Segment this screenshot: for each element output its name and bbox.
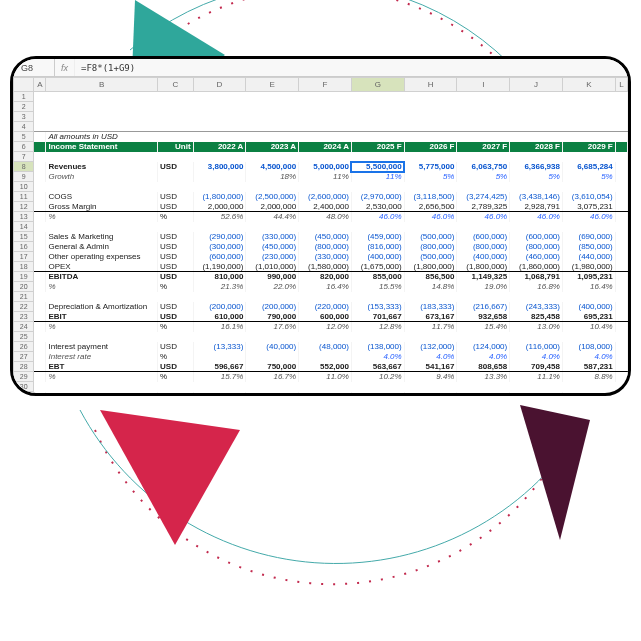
row-header[interactable]: 26 — [14, 342, 34, 352]
cell[interactable]: 5% — [404, 172, 457, 182]
row-header[interactable]: 21 — [14, 292, 34, 302]
cell[interactable]: 5,775,000 — [404, 162, 457, 172]
cell[interactable]: (600,000) — [193, 252, 246, 262]
cell[interactable]: (3,274,425) — [457, 192, 510, 202]
cell[interactable]: (1,980,000) — [562, 262, 615, 272]
cell[interactable]: 16.8% — [510, 282, 563, 292]
cell[interactable]: (600,000) — [510, 232, 563, 242]
cell[interactable]: 5% — [299, 392, 352, 394]
cell[interactable]: 11% — [299, 172, 352, 182]
cell[interactable]: 6,366,938 — [510, 162, 563, 172]
cell[interactable]: 4.0% — [510, 352, 563, 362]
cell[interactable] — [246, 352, 299, 362]
row-header[interactable]: 20 — [14, 282, 34, 292]
cell[interactable]: 610,000 — [193, 312, 246, 322]
cell[interactable]: 600,000 — [299, 312, 352, 322]
cell[interactable]: (220,000) — [299, 302, 352, 312]
formula-input[interactable] — [75, 59, 628, 76]
cell[interactable]: (400,000) — [457, 252, 510, 262]
row-header[interactable]: 5 — [14, 132, 34, 142]
cell[interactable]: 3,800,000 — [193, 162, 246, 172]
sheet-grid[interactable]: ABCDEFGHIJKL 12345All amounts in USD6Inc… — [13, 77, 628, 393]
cell[interactable]: (800,000) — [404, 242, 457, 252]
column-header[interactable]: A — [34, 78, 46, 92]
cell[interactable]: (1,800,000) — [404, 262, 457, 272]
cell[interactable]: 932,658 — [457, 312, 510, 322]
cell[interactable]: 4,500,000 — [246, 162, 299, 172]
cell[interactable]: 5% — [457, 172, 510, 182]
cell[interactable]: 11.1% — [510, 372, 563, 382]
column-header[interactable]: D — [193, 78, 246, 92]
row-header[interactable]: 24 — [14, 322, 34, 332]
cell[interactable]: 1,068,791 — [510, 272, 563, 282]
cell[interactable]: (400,000) — [562, 302, 615, 312]
row-header[interactable]: 12 — [14, 202, 34, 212]
cell[interactable]: 8% — [246, 392, 299, 394]
cell[interactable]: 16.4% — [299, 282, 352, 292]
row-header[interactable]: 11 — [14, 192, 34, 202]
cell[interactable]: 750,000 — [246, 362, 299, 372]
column-header[interactable]: C — [158, 78, 194, 92]
cell[interactable]: (3,438,146) — [510, 192, 563, 202]
cell[interactable]: 19.0% — [457, 282, 510, 292]
cell[interactable]: 856,500 — [404, 272, 457, 282]
cell[interactable]: 46.0% — [510, 212, 563, 222]
row-header[interactable]: 31 — [14, 392, 34, 394]
cell[interactable]: 2,656,500 — [404, 202, 457, 212]
cell[interactable]: (2,970,000) — [351, 192, 404, 202]
cell[interactable]: (450,000) — [299, 232, 352, 242]
cell[interactable]: 21.3% — [193, 282, 246, 292]
cell[interactable]: (816,000) — [351, 242, 404, 252]
row-header[interactable]: 14 — [14, 222, 34, 232]
cell[interactable]: 10.4% — [562, 322, 615, 332]
row-header[interactable]: 13 — [14, 212, 34, 222]
row-header[interactable]: 4 — [14, 122, 34, 132]
cell[interactable]: (13,333) — [193, 342, 246, 352]
cell[interactable]: (290,000) — [193, 232, 246, 242]
cell[interactable]: 695,231 — [562, 312, 615, 322]
cell[interactable]: 552,000 — [299, 362, 352, 372]
cell[interactable]: 673,167 — [404, 312, 457, 322]
cell[interactable]: (132,000) — [404, 342, 457, 352]
cell[interactable]: 17.6% — [246, 322, 299, 332]
cell[interactable]: 10.2% — [351, 372, 404, 382]
row-header[interactable]: 29 — [14, 372, 34, 382]
cell[interactable]: 9.4% — [404, 372, 457, 382]
cell[interactable]: 5% — [510, 172, 563, 182]
cell[interactable]: (3,610,054) — [562, 192, 615, 202]
row-header[interactable]: 3 — [14, 112, 34, 122]
column-header[interactable]: K — [562, 78, 615, 92]
cell[interactable]: 4.0% — [562, 352, 615, 362]
cell[interactable]: 5% — [562, 172, 615, 182]
cell[interactable]: (200,000) — [246, 302, 299, 312]
cell[interactable]: 12.8% — [351, 322, 404, 332]
cell[interactable]: 4.0% — [351, 352, 404, 362]
row-header[interactable]: 19 — [14, 272, 34, 282]
cell[interactable]: (1,190,000) — [193, 262, 246, 272]
cell[interactable]: 10% — [193, 392, 246, 394]
cell[interactable]: 825,458 — [510, 312, 563, 322]
row-header[interactable]: 2 — [14, 102, 34, 112]
cell[interactable]: 808,658 — [457, 362, 510, 372]
cell[interactable]: (800,000) — [299, 242, 352, 252]
row-header[interactable]: 1 — [14, 92, 34, 102]
cell[interactable]: 1,095,231 — [562, 272, 615, 282]
cell[interactable]: (460,000) — [510, 252, 563, 262]
cell[interactable]: 25% — [562, 392, 615, 394]
cell[interactable]: 48.0% — [299, 212, 352, 222]
cell[interactable]: 790,000 — [246, 312, 299, 322]
cell[interactable]: (2,500,000) — [246, 192, 299, 202]
cell[interactable]: (230,000) — [246, 252, 299, 262]
cell[interactable]: 16.1% — [193, 322, 246, 332]
row-header[interactable]: 25 — [14, 332, 34, 342]
cell[interactable]: (138,000) — [351, 342, 404, 352]
cell[interactable]: 15.5% — [351, 282, 404, 292]
row-header[interactable]: 28 — [14, 362, 34, 372]
cell[interactable]: 44.4% — [246, 212, 299, 222]
cell[interactable]: 16.7% — [246, 372, 299, 382]
name-box[interactable]: G8 — [13, 59, 55, 76]
cell[interactable]: 820,000 — [299, 272, 352, 282]
cell[interactable]: 5,000,000 — [299, 162, 352, 172]
row-header[interactable]: 8 — [14, 162, 34, 172]
cell[interactable]: 709,458 — [510, 362, 563, 372]
